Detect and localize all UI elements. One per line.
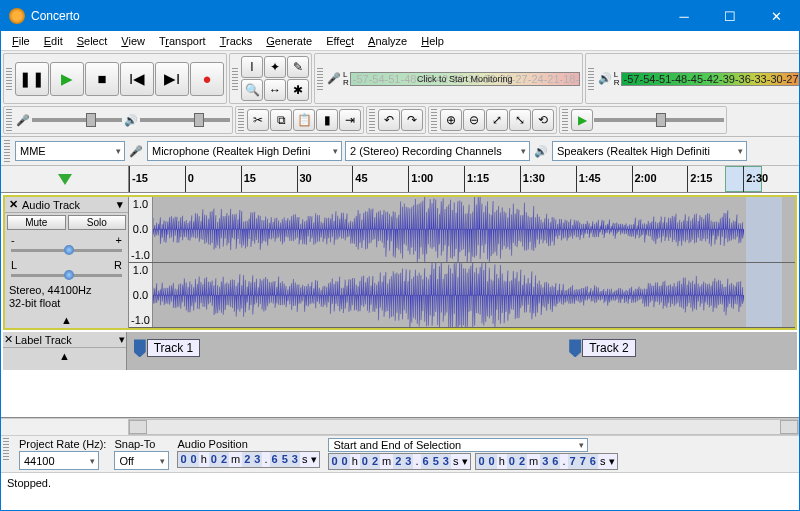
skip-start-button[interactable]: I◀: [120, 62, 154, 96]
grip-icon[interactable]: [431, 109, 437, 131]
selection-start-field[interactable]: 00h02m23.653s▾: [328, 453, 471, 470]
track-label[interactable]: Track 2: [569, 339, 636, 357]
grip-icon[interactable]: [317, 68, 323, 90]
silence-button[interactable]: ⇥: [339, 109, 361, 131]
record-channels-select[interactable]: 2 (Stereo) Recording Channels: [345, 141, 530, 161]
draw-tool[interactable]: ✎: [287, 56, 309, 78]
multi-tool[interactable]: ✱: [287, 79, 309, 101]
track-close-button[interactable]: ✕: [4, 333, 13, 346]
play-button[interactable]: ▶: [50, 62, 84, 96]
play-volume-slider[interactable]: [140, 118, 230, 122]
menu-file[interactable]: File: [5, 33, 37, 49]
track-close-button[interactable]: ✕: [6, 198, 20, 211]
rec-volume-slider[interactable]: [32, 118, 122, 122]
transport-toolbar: ❚❚ ▶ ■ I◀ ▶I ●: [3, 53, 227, 104]
selection-end-field[interactable]: 00h02m36.776s▾: [475, 453, 618, 470]
close-button[interactable]: ✕: [753, 1, 799, 31]
minimize-button[interactable]: ─: [661, 1, 707, 31]
mute-button[interactable]: Mute: [7, 215, 66, 230]
record-button[interactable]: ●: [190, 62, 224, 96]
zoom-toggle-button[interactable]: ⟲: [532, 109, 554, 131]
gain-slider[interactable]: -+: [5, 232, 128, 257]
menu-generate[interactable]: Generate: [259, 33, 319, 49]
tools-toolbar: I ✦ ✎ 🔍 ↔ ✱: [229, 53, 312, 104]
zoom-out-button[interactable]: ⊖: [463, 109, 485, 131]
grip-icon[interactable]: [6, 68, 12, 90]
zoom-in-button[interactable]: ⊕: [440, 109, 462, 131]
envelope-tool[interactable]: ✦: [264, 56, 286, 78]
solo-button[interactable]: Solo: [68, 215, 127, 230]
menu-transport[interactable]: Transport: [152, 33, 213, 49]
selection-tool[interactable]: I: [241, 56, 263, 78]
menu-select[interactable]: Select: [70, 33, 115, 49]
mic-icon: 🎤: [326, 71, 342, 87]
track-menu-button[interactable]: ▾: [113, 198, 127, 211]
snap-to-select[interactable]: Off: [114, 451, 169, 470]
menu-effect[interactable]: Effect: [319, 33, 361, 49]
menu-tracks[interactable]: Tracks: [213, 33, 260, 49]
project-rate-select[interactable]: 44100: [19, 451, 99, 470]
speaker-icon: 🔊: [597, 71, 613, 87]
window-title: Concerto: [31, 9, 661, 23]
cut-button[interactable]: ✂: [247, 109, 269, 131]
grip-icon[interactable]: [588, 68, 594, 90]
waveform-display[interactable]: 1.00.0-1.0 1.00.0-1.0: [129, 197, 795, 328]
copy-button[interactable]: ⧉: [270, 109, 292, 131]
zoom-tool[interactable]: 🔍: [241, 79, 263, 101]
grip-icon[interactable]: [369, 109, 375, 131]
playhead-icon[interactable]: [58, 174, 72, 185]
zoom-toolbar: ⊕ ⊖ ⤢ ⤡ ⟲: [428, 106, 557, 134]
tracks-area: ✕Audio Track▾ MuteSolo -+ LR Stereo, 441…: [1, 193, 799, 418]
menu-edit[interactable]: Edit: [37, 33, 70, 49]
menu-help[interactable]: Help: [414, 33, 451, 49]
trim-button[interactable]: ▮: [316, 109, 338, 131]
menu-analyze[interactable]: Analyze: [361, 33, 414, 49]
record-device-select[interactable]: Microphone (Realtek High Defini: [147, 141, 342, 161]
rec-meter-toolbar: 🎤 LR -57-54-51-48-45-42-39-36-33-30-27-2…: [314, 53, 583, 104]
play-meter-toolbar: 🔊 LR -57-54-51-48-45-42-39-36-33-30-27-2…: [585, 53, 800, 104]
track-collapse-button[interactable]: ▲: [5, 312, 128, 328]
playback-meter[interactable]: -57-54-51-48-45-42-39-36-33-30-27-24-21-…: [621, 72, 800, 86]
selection-mode-select[interactable]: Start and End of Selection: [328, 438, 588, 452]
redo-button[interactable]: ↷: [401, 109, 423, 131]
grip-icon[interactable]: [232, 68, 238, 90]
timeline-ruler[interactable]: -1501530451:001:151:301:452:002:152:302:…: [1, 166, 799, 193]
timeshift-tool[interactable]: ↔: [264, 79, 286, 101]
track-menu-button[interactable]: ▾: [119, 333, 125, 346]
device-toolbar: MME 🎤 Microphone (Realtek High Defini 2 …: [1, 137, 799, 166]
skip-end-button[interactable]: ▶I: [155, 62, 189, 96]
titlebar: Concerto ─ ☐ ✕: [1, 1, 799, 31]
maximize-button[interactable]: ☐: [707, 1, 753, 31]
menu-view[interactable]: View: [114, 33, 152, 49]
recording-meter[interactable]: -57-54-51-48-45-42-39-36-33-30-27-24-21-…: [350, 72, 580, 86]
audio-track: ✕Audio Track▾ MuteSolo -+ LR Stereo, 441…: [3, 195, 797, 330]
selection-toolbar: Project Rate (Hz):44100 Snap-ToOff Audio…: [1, 435, 799, 472]
status-bar: Stopped.: [1, 472, 799, 492]
track-collapse-button[interactable]: ▲: [3, 348, 126, 364]
undo-button[interactable]: ↶: [378, 109, 400, 131]
fit-project-button[interactable]: ⤡: [509, 109, 531, 131]
label-track: ✕Label Track▾ ▲ Track 1Track 2: [3, 332, 797, 370]
mic-icon: 🎤: [15, 112, 31, 128]
audio-position-field[interactable]: 00h02m23.653s▾: [177, 451, 320, 468]
grip-icon[interactable]: [238, 109, 244, 131]
grip-icon[interactable]: [3, 438, 9, 460]
play-at-speed-button[interactable]: ▶: [571, 109, 593, 131]
undo-toolbar: ↶ ↷: [366, 106, 426, 134]
h-scrollbar[interactable]: [1, 418, 799, 435]
grip-icon[interactable]: [562, 109, 568, 131]
grip-icon[interactable]: [6, 109, 12, 131]
pan-slider[interactable]: LR: [5, 257, 128, 282]
toolbar-area: ❚❚ ▶ ■ I◀ ▶I ● I ✦ ✎ 🔍 ↔ ✱ 🎤 LR -57-54-5…: [1, 51, 799, 137]
playback-device-select[interactable]: Speakers (Realtek High Definiti: [552, 141, 747, 161]
edit-toolbar: ✂ ⧉ 📋 ▮ ⇥: [235, 106, 364, 134]
audio-host-select[interactable]: MME: [15, 141, 125, 161]
stop-button[interactable]: ■: [85, 62, 119, 96]
mixer-toolbar: 🎤 🔊: [3, 106, 233, 134]
paste-button[interactable]: 📋: [293, 109, 315, 131]
speed-slider[interactable]: [594, 118, 724, 122]
grip-icon[interactable]: [4, 140, 10, 162]
track-label[interactable]: Track 1: [134, 339, 201, 357]
fit-selection-button[interactable]: ⤢: [486, 109, 508, 131]
pause-button[interactable]: ❚❚: [15, 62, 49, 96]
